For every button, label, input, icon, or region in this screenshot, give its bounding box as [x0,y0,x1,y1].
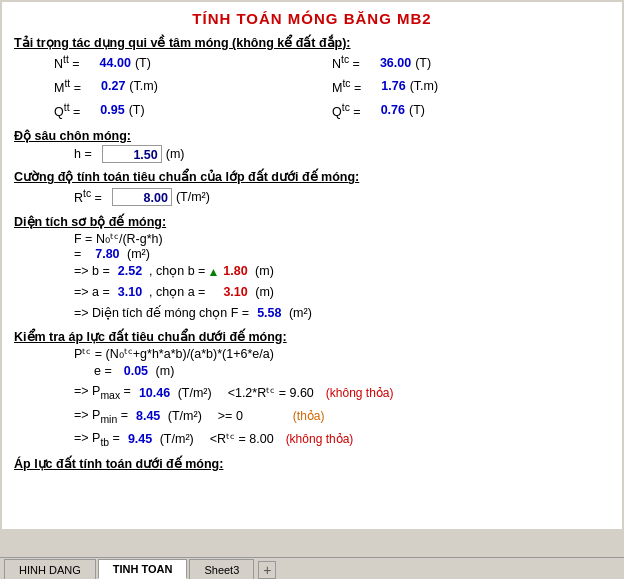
R-tc-unit: (T/m²) [176,188,210,207]
N-tt-sup: tt [63,54,69,65]
area-f-chosen: 5.58 [257,304,281,323]
pmin-compare: >= 0 [218,407,243,426]
load-N-row: Ntt = 44.00 (T) Ntc = 36.00 (T) [54,52,610,74]
N-tt-label: Ntt = [54,52,80,74]
area-a-calc: 3.10 [118,283,142,302]
ptb-compare: <Rᵗᶜ = 8.00 [210,430,274,449]
ptb-status: (không thỏa) [286,430,354,448]
strength-row: Rtc = 8.00 (T/m²) [74,186,610,208]
tab-add-button[interactable]: + [258,561,276,579]
pmin-val: 8.45 [136,407,160,426]
section-area-title: Diện tích sơ bộ đế móng: [14,214,610,229]
h-input[interactable]: 1.50 [102,145,162,163]
N-tt-unit: (T) [135,54,151,73]
load-Q-row: Qtt = 0.95 (T) Qtc = 0.76 (T) [54,100,610,122]
load-M-tt: Mtt = 0.27 (T.m) [54,76,332,98]
M-tt-value: 0.27 [101,77,125,96]
ptb-sub: tb [100,436,109,447]
area-a-chon-label: , chọn a = [142,283,205,302]
section-depth-title: Độ sâu chôn móng: [14,128,610,143]
check-e-row: e = 0.05 (m) [94,362,610,381]
pmin-label: => Pmin = [74,406,128,427]
M-tt-sup: tt [64,78,70,89]
M-tc-label: Mtc = [332,76,361,98]
M-tc-sup: tc [342,78,350,89]
green-triangle: ▲ [207,263,219,281]
R-tc-label: Rtc = [74,186,102,208]
N-tc-unit: (T) [415,54,431,73]
area-b-chosen: 1.80 [223,262,247,281]
spreadsheet-container: TÍNH TOÁN MÓNG BĂNG MB2 Tải trọng tác dụ… [0,0,624,579]
load-Q-tt: Qtt = 0.95 (T) [54,100,332,122]
area-f-chosen-unit: (m²) [285,304,311,323]
ptb-label: => Ptb = [74,429,120,450]
content-area: TÍNH TOÁN MÓNG BĂNG MB2 Tải trọng tác dụ… [2,2,622,529]
N-tc-sup: tc [341,54,349,65]
area-result-row: = 7.80 (m²) [74,247,610,261]
pmax-compare: <1.2*Rᵗᶜ = 9.60 [228,384,314,403]
area-formula: F = N₀ᵗᶜ/(R-g*h) [74,231,163,246]
h-label: h = [74,145,92,164]
N-tc-value: 36.00 [380,54,411,73]
M-tt-unit: (T.m) [129,77,157,96]
page-title: TÍNH TOÁN MÓNG BĂNG MB2 [14,10,610,27]
N-tc-label: Ntc = [332,52,360,74]
pmin-unit: (T/m²) [164,407,201,426]
Q-tc-label: Qtc = [332,100,361,122]
area-f-row: => Diện tích đế móng chọn F = 5.58 (m²) [74,304,610,323]
Q-tc-value: 0.76 [381,101,405,120]
area-b-calc: 2.52 [118,262,142,281]
R-tc-input[interactable]: 8.00 [112,188,172,206]
area-b-row: => b = 2.52 , chọn b = ▲ 1.80 (m) [74,262,610,281]
load-M-row: Mtt = 0.27 (T.m) Mtc = 1.76 (T.m) [54,76,610,98]
area-f-val: 7.80 [95,247,119,261]
M-tc-value: 1.76 [381,77,405,96]
Q-tt-value: 0.95 [100,101,124,120]
pmax-status: (không thỏa) [326,384,394,402]
load-N-tc: Ntc = 36.00 (T) [332,52,610,74]
area-f-label: => Diện tích đế móng chọn F = [74,304,249,323]
pmax-sub: max [100,390,120,401]
check-e-val: 0.05 [124,362,148,381]
check-formula-row: Pᵗᶜ = (N₀ᵗᶜ+g*h*a*b)/(a*b)*(1+6*e/a) [74,346,610,361]
load-M-tc: Mtc = 1.76 (T.m) [332,76,610,98]
depth-row: h = 1.50 (m) [74,145,610,164]
Q-tt-label: Qtt = [54,100,80,122]
area-a-unit: (m) [252,283,274,302]
tab-add-icon: + [263,562,271,578]
tab-sheet3-label: Sheet3 [204,564,239,576]
tab-sheet3[interactable]: Sheet3 [189,559,254,579]
area-formula-row: F = N₀ᵗᶜ/(R-g*h) [74,231,610,246]
check-pmin-row: => Pmin = 8.45 (T/m²) >= 0 (thỏa) [74,406,610,427]
pmax-label: => Pmax = [74,382,131,403]
Q-tt-sup: tt [64,102,70,113]
tab-hinh-dang-label: HINH DANG [19,564,81,576]
check-formula: Pᵗᶜ = (N₀ᵗᶜ+g*h*a*b)/(a*b)*(1+6*e/a) [74,346,274,361]
R-tc-sup: tc [83,188,91,199]
tab-hinh-dang[interactable]: HINH DANG [4,559,96,579]
tab-tinh-toan[interactable]: TINH TOAN [98,559,188,579]
check-pmax-row: => Pmax = 10.46 (T/m²) <1.2*Rᵗᶜ = 9.60 (… [74,382,610,403]
area-a-row: => a = 3.10 , chọn a = 3.10 (m) [74,283,610,302]
h-unit: (m) [166,145,185,164]
pmax-val: 10.46 [139,384,170,403]
load-N-tt: Ntt = 44.00 (T) [54,52,332,74]
section-strength-title: Cường độ tính toán tiêu chuẩn của lớp đấ… [14,169,610,184]
tab-tinh-toan-label: TINH TOAN [113,563,173,575]
area-a-chosen: 3.10 [223,283,247,302]
check-ptb-row: => Ptb = 9.45 (T/m²) <Rᵗᶜ = 8.00 (không … [74,429,610,450]
ptb-unit: (T/m²) [156,430,193,449]
Q-tc-sup: tc [342,102,350,113]
M-tt-label: Mtt = [54,76,81,98]
load-Q-tc: Qtc = 0.76 (T) [332,100,610,122]
M-tc-unit: (T.m) [410,77,438,96]
check-e-unit: (m) [152,362,174,381]
area-f-unit: (m²) [124,247,150,261]
pmin-status: (thỏa) [293,407,325,425]
area-b-unit: (m) [252,262,274,281]
check-e-label: e = [94,362,112,381]
area-b-label: => b = [74,262,110,281]
N-tt-value: 44.00 [100,54,131,73]
ptb-val: 9.45 [128,430,152,449]
section-load-title: Tải trọng tác dụng qui về tâm móng (khôn… [14,35,610,50]
